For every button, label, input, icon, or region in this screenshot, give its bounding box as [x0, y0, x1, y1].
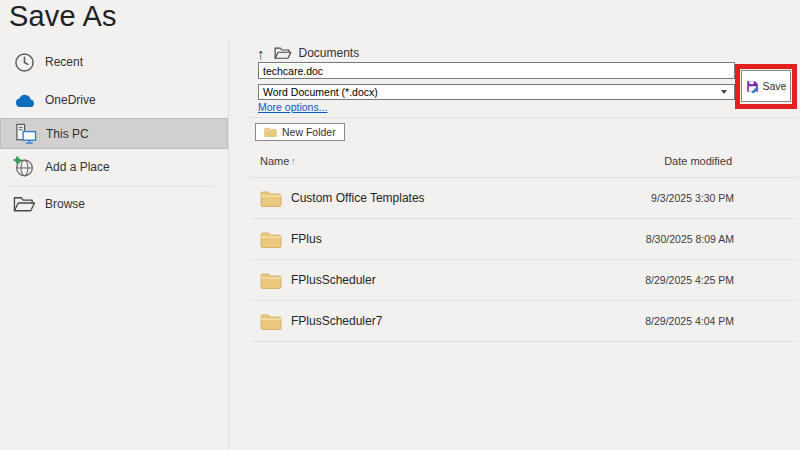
folder-icon: [260, 190, 282, 207]
onedrive-cloud-icon: [12, 88, 36, 112]
sidebar-item-this-pc[interactable]: This PC: [0, 118, 228, 149]
this-pc-icon: [13, 122, 37, 146]
folder-name: Custom Office Templates: [291, 191, 651, 205]
column-header-date-modified[interactable]: Date modified: [664, 155, 732, 167]
sort-ascending-icon: ↑: [291, 156, 296, 166]
sidebar-item-label: Browse: [45, 197, 85, 211]
up-arrow-icon[interactable]: ↑: [257, 46, 265, 61]
filetype-selected-value: Word Document (*.docx): [259, 86, 721, 98]
folder-date-modified: 8/29/2025 4:25 PM: [645, 274, 734, 286]
sidebar-item-add-a-place[interactable]: Add a Place: [0, 152, 228, 182]
folder-name: FPlus: [291, 232, 646, 246]
sidebar-divider: [8, 186, 214, 187]
breadcrumb-location[interactable]: Documents: [299, 46, 360, 60]
file-list: Custom Office Templates 9/3/2025 3:30 PM…: [250, 178, 798, 342]
folder-icon: [260, 313, 282, 330]
folder-open-icon: [274, 46, 292, 60]
chevron-down-icon: [721, 90, 727, 94]
filename-input[interactable]: [258, 62, 735, 79]
sidebar-item-label: Add a Place: [45, 160, 110, 174]
more-options-link[interactable]: More options...: [258, 101, 327, 113]
folder-row[interactable]: Custom Office Templates 9/3/2025 3:30 PM: [250, 178, 798, 219]
sidebar-item-onedrive[interactable]: OneDrive: [0, 85, 228, 115]
folder-row[interactable]: FPlusScheduler7 8/29/2025 4:04 PM: [250, 301, 798, 342]
sidebar-item-browse[interactable]: Browse: [0, 189, 228, 219]
sidebar-item-recent[interactable]: Recent: [0, 47, 228, 77]
folder-date-modified: 8/30/2025 8:09 AM: [646, 233, 734, 245]
file-table-header: Name ↑ Date modified: [250, 155, 798, 171]
breadcrumb: ↑ Documents: [257, 44, 359, 62]
folder-row[interactable]: FPlusScheduler 8/29/2025 4:25 PM: [250, 260, 798, 301]
backstage-sidebar: Recent OneDrive This PC: [0, 0, 228, 450]
folder-icon: [264, 127, 277, 137]
sidebar-item-label: OneDrive: [45, 93, 96, 107]
folder-row[interactable]: FPlus 8/30/2025 8:09 AM: [250, 219, 798, 260]
sidebar-item-label: Recent: [45, 55, 83, 69]
clock-icon: [12, 50, 36, 74]
new-folder-label: New Folder: [282, 126, 336, 138]
folder-icon: [260, 272, 282, 289]
folder-name: FPlusScheduler7: [291, 314, 645, 328]
section-divider: [250, 117, 798, 118]
sidebar-item-label: This PC: [46, 127, 89, 141]
folder-name: FPlusScheduler: [291, 273, 645, 287]
folder-date-modified: 9/3/2025 3:30 PM: [651, 192, 734, 204]
filetype-dropdown[interactable]: Word Document (*.docx): [258, 84, 735, 100]
browse-folder-icon: [12, 192, 36, 216]
add-place-globe-icon: [12, 155, 36, 179]
new-folder-button[interactable]: New Folder: [255, 123, 345, 141]
panel-divider: [228, 40, 229, 450]
folder-date-modified: 8/29/2025 4:04 PM: [645, 315, 734, 327]
annotation-highlight-box: [735, 64, 797, 109]
column-header-name[interactable]: Name: [260, 155, 289, 167]
folder-icon: [260, 231, 282, 248]
